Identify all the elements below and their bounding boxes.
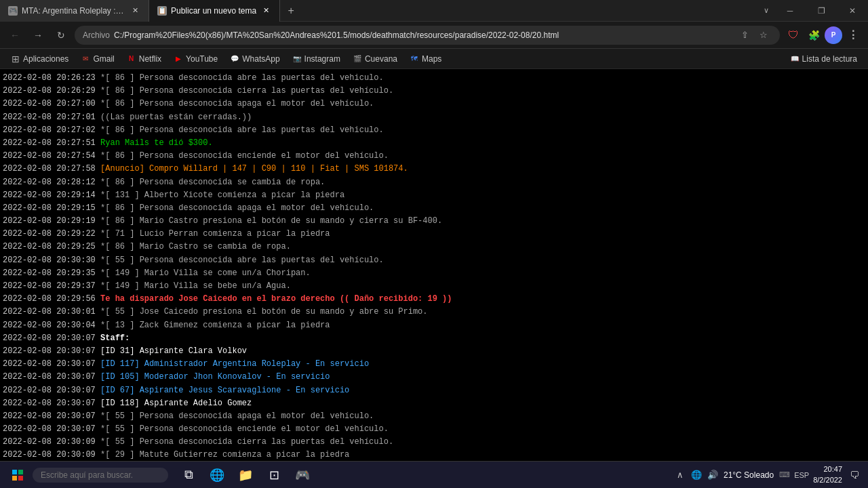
log-line: 2022-02-08 20:30:07 [ID 67] Aspirante Je… bbox=[3, 384, 863, 397]
log-line: 2022-02-08 20:29:14 *[ 131 ] Alberto Xic… bbox=[3, 189, 863, 202]
bookmark-netflix[interactable]: N Netflix bbox=[121, 52, 167, 66]
tabs-area: 🎮 MTA: Argentina Roleplay :: 2022- ✕ 📋 P… bbox=[0, 0, 758, 22]
shield-icon[interactable]: 🛡 bbox=[784, 26, 803, 45]
log-line: 2022-02-08 20:30:07 Staff: bbox=[3, 332, 863, 345]
log-line: 2022-02-08 20:26:23 *[ 86 ] Persona desc… bbox=[3, 72, 863, 85]
file-explorer-icon[interactable]: 📁 bbox=[232, 462, 259, 488]
youtube-icon: ▶ bbox=[174, 54, 183, 64]
sys-tray: ∧ 🌐 🔊 bbox=[673, 468, 719, 482]
bookmark-maps[interactable]: 🗺 Maps bbox=[404, 52, 447, 66]
taskbar: ⧉ 🌐 📁 ⊡ 🎮 ∧ 🌐 🔊 21°C Soleado ⌨ ESP 20:47… bbox=[0, 461, 868, 488]
bookmarks-bar: ⊞ Aplicaciones ✉ Gmail N Netflix ▶ YouTu… bbox=[0, 49, 868, 69]
up-arrow-icon[interactable]: ∧ bbox=[673, 468, 687, 482]
log-line: 2022-02-08 20:30:07 [ID 117] Administrad… bbox=[3, 358, 863, 371]
chrome-icon[interactable]: 🌐 bbox=[203, 462, 231, 488]
new-tab-button[interactable]: + bbox=[280, 0, 302, 22]
tab-publish[interactable]: 📋 Publicar un nuevo tema ✕ bbox=[149, 0, 280, 22]
star-icon[interactable]: ☆ bbox=[755, 27, 772, 43]
menu-icon[interactable]: ⋮ bbox=[844, 26, 863, 45]
terminal-icon[interactable]: ⊡ bbox=[260, 462, 288, 488]
back-button[interactable]: ← bbox=[5, 26, 24, 45]
chevron-down-icon[interactable]: ∨ bbox=[764, 6, 769, 15]
log-line: 2022-02-08 20:27:51 Ryan Mails te dió $3… bbox=[3, 137, 863, 150]
bookmark-youtube[interactable]: ▶ YouTube bbox=[168, 52, 223, 66]
taskbar-left: ⧉ 🌐 📁 ⊡ 🎮 bbox=[5, 462, 316, 488]
notification-button[interactable]: 🗨 bbox=[846, 467, 863, 483]
gmail-icon: ✉ bbox=[81, 54, 90, 64]
taskbar-pinned-icons: ⧉ 🌐 📁 ⊡ 🎮 bbox=[175, 462, 316, 488]
archivo-label: Archivo bbox=[83, 30, 110, 40]
refresh-button[interactable]: ↻ bbox=[52, 26, 71, 45]
time-display[interactable]: 20:47 8/2/2022 bbox=[813, 464, 842, 485]
url-bar[interactable]: Archivo C:/Program%20Files%20(x86)/MTA%2… bbox=[75, 26, 780, 45]
lista-icon: 📖 bbox=[790, 54, 800, 64]
tab-title-publish: Publicar un nuevo tema bbox=[171, 6, 256, 16]
log-line: 2022-02-08 20:30:09 *[ 29 ] Matute Gutie… bbox=[3, 449, 863, 461]
bookmark-instagram-label: Instagram bbox=[304, 54, 340, 64]
bookmark-maps-label: Maps bbox=[422, 54, 441, 64]
restore-button[interactable]: ❐ bbox=[806, 0, 837, 22]
tab-favicon-mta: 🎮 bbox=[8, 6, 18, 16]
language-icon[interactable]: ⌨ bbox=[778, 468, 791, 482]
log-line: 2022-02-08 20:29:25 *[ 86 ] Mario Castro… bbox=[3, 241, 863, 253]
taskbar-right: ∧ 🌐 🔊 21°C Soleado ⌨ ESP 20:47 8/2/2022 … bbox=[673, 464, 863, 485]
maps-icon: 🗺 bbox=[410, 54, 419, 64]
bookmark-lista[interactable]: 📖 Lista de lectura bbox=[785, 52, 863, 66]
game-icon[interactable]: 🎮 bbox=[289, 462, 316, 488]
whatsapp-icon: 💬 bbox=[230, 54, 239, 64]
extensions-icon[interactable]: 🧩 bbox=[804, 26, 823, 45]
bookmark-whatsapp-label: WhatsApp bbox=[242, 54, 279, 64]
profile-avatar[interactable]: P bbox=[825, 26, 842, 44]
log-line: 2022-02-08 20:27:00 *[ 86 ] Persona desc… bbox=[3, 98, 863, 110]
log-line: 2022-02-08 20:29:35 *[ 149 ] Mario Villa… bbox=[3, 267, 863, 280]
weather-display: 21°C Soleado bbox=[724, 470, 774, 480]
title-bar: 🎮 MTA: Argentina Roleplay :: 2022- ✕ 📋 P… bbox=[0, 0, 868, 22]
tab-mta[interactable]: 🎮 MTA: Argentina Roleplay :: 2022- ✕ bbox=[0, 0, 149, 22]
share-icon[interactable]: ⇧ bbox=[736, 27, 753, 43]
log-line: 2022-02-08 20:30:07 [ID 105] Moderador J… bbox=[3, 371, 863, 384]
windows-icon bbox=[12, 470, 23, 481]
start-button[interactable] bbox=[5, 463, 30, 487]
log-line: 2022-02-08 20:27:02 *[ 86 ] Persona desc… bbox=[3, 124, 863, 137]
language-label: ESP bbox=[794, 471, 809, 479]
volume-icon[interactable]: 🔊 bbox=[706, 468, 719, 482]
instagram-icon: 📷 bbox=[292, 54, 302, 64]
log-line: 2022-02-08 20:30:07 [ID 31] Aspirante Cl… bbox=[3, 345, 863, 358]
apps-icon: ⊞ bbox=[11, 54, 20, 64]
bookmark-apps-label: Aplicaciones bbox=[23, 54, 68, 64]
tab-close-mta[interactable]: ✕ bbox=[130, 5, 140, 16]
network-icon[interactable]: 🌐 bbox=[690, 468, 703, 482]
bookmark-youtube-label: YouTube bbox=[186, 54, 218, 64]
log-line: 2022-02-08 20:26:29 *[ 86 ] Persona desc… bbox=[3, 85, 863, 98]
bookmark-lista-label: Lista de lectura bbox=[802, 54, 857, 64]
bookmark-gmail[interactable]: ✉ Gmail bbox=[75, 52, 119, 66]
bookmark-instagram[interactable]: 📷 Instagram bbox=[287, 52, 346, 66]
log-line: 2022-02-08 20:30:01 *[ 55 ] Jose Caicedo… bbox=[3, 306, 863, 319]
bookmark-whatsapp[interactable]: 💬 WhatsApp bbox=[224, 52, 285, 66]
window-controls: ─ ❐ ✕ bbox=[774, 0, 868, 22]
log-line: 2022-02-08 20:30:07 *[ 55 ] Persona desc… bbox=[3, 410, 863, 423]
minimize-button[interactable]: ─ bbox=[774, 0, 806, 22]
url-actions: ⇧ ☆ bbox=[736, 27, 772, 43]
bookmark-cuevana-label: Cuevana bbox=[365, 54, 397, 64]
log-line: 2022-02-08 20:30:07 *[ 55 ] Persona desc… bbox=[3, 423, 863, 436]
log-line: 2022-02-08 20:30:30 *[ 55 ] Persona desc… bbox=[3, 254, 863, 267]
forward-button[interactable]: → bbox=[28, 26, 47, 45]
log-content: 2022-02-08 20:26:23 *[ 86 ] Persona desc… bbox=[0, 69, 868, 461]
window-controls-extra: ∨ bbox=[758, 6, 774, 15]
log-line: 2022-02-08 20:27:54 *[ 86 ] Persona desc… bbox=[3, 150, 863, 163]
log-line: 2022-02-08 20:29:19 *[ 86 ] Mario Castro… bbox=[3, 215, 863, 228]
tab-close-publish[interactable]: ✕ bbox=[260, 5, 271, 16]
url-text: C:/Program%20Files%20(x86)/MTA%20San%20A… bbox=[114, 30, 732, 40]
close-button[interactable]: ✕ bbox=[837, 0, 868, 22]
bookmark-cuevana[interactable]: 🎬 Cuevana bbox=[347, 52, 403, 66]
taskbar-search-input[interactable] bbox=[33, 468, 168, 483]
clock-date: 8/2/2022 bbox=[813, 475, 842, 485]
clock-time: 20:47 bbox=[813, 464, 842, 474]
address-bar-right: 🛡 🧩 P ⋮ bbox=[784, 26, 863, 45]
task-view-icon[interactable]: ⧉ bbox=[175, 462, 202, 488]
log-line: 2022-02-08 20:30:09 *[ 55 ] Persona desc… bbox=[3, 436, 863, 449]
bookmark-apps[interactable]: ⊞ Aplicaciones bbox=[5, 52, 74, 66]
log-line: 2022-02-08 20:30:07 [ID 118] Aspirante A… bbox=[3, 397, 863, 410]
bookmark-gmail-label: Gmail bbox=[93, 54, 114, 64]
